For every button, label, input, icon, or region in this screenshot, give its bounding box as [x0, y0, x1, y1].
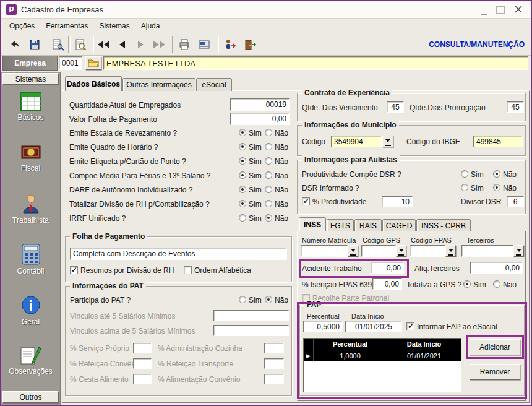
valor-folha-field[interactable]: 0,00 [230, 113, 290, 125]
sidebar-item-observacoes[interactable]: Observações [1, 345, 60, 376]
sidebar-sistemas-button[interactable]: Sistemas [2, 73, 59, 85]
radio-nao[interactable] [493, 184, 500, 191]
transfer-button[interactable] [221, 36, 238, 53]
radio-nao[interactable] [265, 200, 272, 207]
radio-sim[interactable] [239, 214, 246, 222]
tab-fgts[interactable]: FGTS [327, 219, 354, 232]
radio-nao[interactable] [265, 214, 272, 222]
fap-data-inicio-field[interactable]: 01/01/2025 [345, 321, 402, 332]
pct-field[interactable] [264, 358, 284, 369]
codigo-field[interactable]: 3549904 [331, 136, 382, 147]
radio-sim[interactable] [239, 157, 246, 165]
isencao-fpas-field[interactable]: 0,00 [372, 278, 402, 290]
sidebar-item-geral[interactable]: Geral [1, 295, 60, 326]
billing-button[interactable] [195, 36, 212, 53]
tab-outras-informacoes[interactable]: Outras Informações [122, 78, 195, 91]
divisor-dsr-field[interactable]: 6 [507, 196, 524, 207]
radio-nao[interactable] [265, 129, 272, 136]
report-button[interactable] [49, 36, 66, 53]
pct-field[interactable] [133, 343, 152, 353]
preview-button[interactable] [72, 36, 88, 53]
radio-nao[interactable] [493, 280, 500, 288]
ibge-field[interactable]: 499845 [473, 136, 523, 147]
lookup-button[interactable] [348, 245, 358, 257]
radio-nao[interactable] [265, 186, 272, 193]
qtde-empregados-field[interactable]: 00019 [230, 98, 290, 111]
radio-sim[interactable] [239, 186, 246, 193]
tab-inss-cprb[interactable]: INSS - CPRB [416, 219, 471, 232]
tab-rais[interactable]: RAIS [354, 219, 382, 232]
nav-next-button[interactable] [132, 36, 149, 53]
tab-caged[interactable]: CAGED [382, 219, 416, 232]
nav-first-button[interactable] [95, 36, 112, 53]
nav-last-button[interactable] [151, 36, 168, 53]
radio-sim[interactable] [239, 171, 246, 179]
sidebar-item-label: Contábil [17, 267, 44, 275]
radio-nao[interactable] [265, 171, 272, 179]
close-button[interactable] [512, 4, 525, 15]
gps-field[interactable] [361, 245, 396, 257]
radio-nao[interactable] [265, 143, 272, 150]
pct-field[interactable] [133, 374, 152, 384]
print-button[interactable] [176, 36, 192, 53]
undo-button[interactable] [6, 36, 23, 53]
lookup-button[interactable] [513, 245, 524, 257]
pct-produtividade-field[interactable]: 10 [382, 196, 413, 207]
acidente-field[interactable]: 0,00 [371, 262, 404, 274]
empresa-code-field[interactable]: 0001 [59, 56, 82, 70]
radio-nao[interactable] [265, 296, 272, 303]
minimize-button[interactable] [479, 5, 490, 15]
menu-sistemas[interactable]: Sistemas [93, 22, 135, 30]
tab-dados-basicos[interactable]: Dados Básicos [65, 76, 122, 91]
radio-sim[interactable] [239, 143, 246, 150]
adicionar-button[interactable]: Adicionar [470, 339, 520, 355]
sidebar-item-fiscal[interactable]: Fiscal [1, 142, 60, 173]
folha-combo[interactable]: Completa com Descrição de Eventos [70, 248, 287, 260]
grid-row-selected[interactable]: ▶ 1,0000 01/01/2021 [304, 350, 461, 361]
folder-button[interactable] [85, 56, 101, 70]
radio-nao[interactable] [493, 170, 500, 178]
tab-esocial[interactable]: eSocial [196, 78, 232, 91]
radio-sim[interactable] [239, 296, 246, 303]
fpas-field[interactable] [410, 245, 445, 257]
lookup-button[interactable] [382, 136, 393, 147]
sidebar-outros-button[interactable]: Outros [2, 391, 59, 403]
prorrogacao-field[interactable]: 45 [507, 102, 524, 113]
menu-opcoes[interactable]: Opções [4, 22, 40, 30]
fap-percentual-field[interactable]: 0,5000 [303, 321, 343, 332]
radio-sim[interactable] [461, 170, 468, 178]
empresa-name-field[interactable]: EMPRESA TESTE LTDA [103, 56, 528, 70]
menu-ferramentas[interactable]: Ferramentas [40, 22, 93, 30]
menu-ajuda[interactable]: Ajuda [135, 22, 166, 30]
lookup-button[interactable] [396, 245, 406, 257]
maximize-button[interactable] [495, 5, 506, 15]
venc-field[interactable]: 45 [387, 102, 404, 113]
pct-field[interactable] [264, 374, 284, 384]
nav-prev-button[interactable] [114, 36, 131, 53]
radio-sim[interactable] [239, 200, 246, 207]
matricula-field[interactable] [301, 245, 348, 257]
pct-field[interactable] [133, 358, 152, 369]
informar-fap-checkbox[interactable] [406, 322, 414, 330]
terceiros-field[interactable] [461, 245, 513, 257]
vinculos-ate-field[interactable] [213, 310, 289, 321]
lookup-button[interactable] [445, 245, 456, 257]
vinculos-acima-field[interactable] [213, 325, 289, 336]
radio-sim[interactable] [461, 184, 468, 191]
radio-sim[interactable] [239, 129, 246, 136]
aliq-terceiros-field[interactable]: 0,00 [470, 262, 523, 274]
sidebar-item-contabil[interactable]: Contábil [1, 244, 60, 275]
exit-button[interactable] [241, 36, 258, 53]
pct-field[interactable] [264, 343, 284, 353]
save-button[interactable] [26, 36, 43, 53]
sidebar-item-trabalhista[interactable]: Trabalhista [1, 193, 60, 225]
sidebar-item-basicos[interactable]: Básicos [1, 92, 60, 122]
fap-grid[interactable]: Percentual Data Início ▶ 1,0000 01/01/20… [303, 338, 461, 392]
resumos-divisao-checkbox[interactable] [70, 266, 78, 274]
tab-inss[interactable]: INSS [299, 217, 326, 231]
remover-button[interactable]: Remover [470, 364, 520, 380]
radio-sim[interactable] [463, 280, 471, 288]
radio-nao[interactable] [265, 157, 272, 165]
pct-produtividade-checkbox[interactable] [302, 197, 310, 205]
ordem-alfabetica-checkbox[interactable] [184, 266, 192, 274]
